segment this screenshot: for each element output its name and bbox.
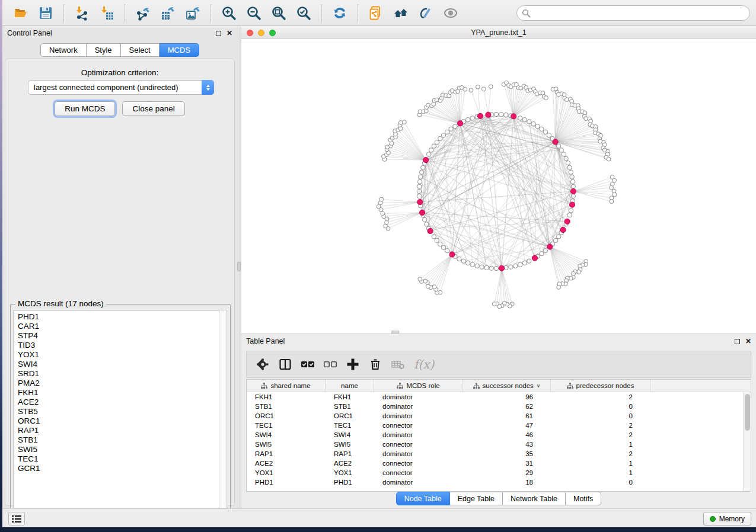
open-file-icon[interactable] [12, 4, 30, 22]
column-header-MCDS-role[interactable]: MCDS role [374, 380, 463, 392]
table-cell[interactable]: ORC1 [326, 411, 374, 421]
mcds-list-scrollbar[interactable] [219, 310, 227, 521]
mcds-hub-node[interactable] [449, 252, 455, 257]
table-cell[interactable]: SWI4 [326, 430, 374, 440]
table-cell[interactable]: TEC1 [247, 421, 326, 430]
ring-node[interactable] [417, 184, 422, 188]
mcds-result-item[interactable]: YOX1 [18, 350, 219, 360]
ring-node[interactable] [432, 144, 436, 148]
satellite-node[interactable] [613, 193, 617, 197]
float-panel-icon[interactable] [216, 31, 221, 36]
table-cell[interactable]: 1 [551, 440, 650, 449]
table-row[interactable]: RAP1RAP1dominator352 [247, 449, 743, 459]
mcds-result-item[interactable]: PHD1 [18, 312, 219, 322]
show-graphics-details-icon[interactable] [442, 4, 460, 22]
ring-node[interactable] [419, 170, 423, 174]
table-cell[interactable]: 1 [551, 468, 650, 477]
ring-node[interactable] [445, 130, 449, 134]
mcds-result-item[interactable]: SWI4 [18, 360, 219, 369]
ring-node[interactable] [435, 238, 439, 242]
home-pages-icon[interactable] [392, 4, 410, 22]
ring-node[interactable] [465, 117, 470, 121]
column-header-name[interactable]: name [326, 380, 374, 392]
satellite-node[interactable] [492, 302, 496, 306]
table-cell[interactable]: 2 [551, 430, 650, 440]
ring-node[interactable] [518, 262, 522, 267]
tab-mcds[interactable]: MCDS [160, 43, 199, 57]
run-mcds-button[interactable]: Run MCDS [55, 101, 115, 116]
delete-row-icon[interactable] [366, 355, 384, 373]
mcds-result-item[interactable]: TID3 [18, 341, 219, 350]
tab-node-table[interactable]: Node Table [396, 492, 450, 505]
table-cell[interactable]: 29 [463, 468, 551, 477]
mcds-hub-node[interactable] [553, 139, 558, 145]
ring-node[interactable] [570, 175, 574, 179]
ring-node[interactable] [567, 165, 572, 169]
ring-node[interactable] [566, 161, 570, 165]
mcds-result-list[interactable]: PHD1CAR1STP4TID3YOX1SWI4SRD1PMA2FKH1ACE2… [14, 310, 220, 521]
ring-node[interactable] [426, 152, 430, 156]
ring-node[interactable] [556, 144, 560, 148]
network-canvas[interactable] [241, 39, 756, 333]
show-columns-icon[interactable] [276, 355, 294, 373]
tab-edge-table[interactable]: Edge Table [450, 492, 503, 505]
ring-node[interactable] [432, 235, 436, 239]
table-cell[interactable]: RAP1 [326, 449, 374, 459]
table-cell[interactable]: dominator [374, 477, 463, 487]
close-panel-icon[interactable]: ✕ [227, 30, 232, 37]
ring-node[interactable] [543, 130, 547, 134]
table-row[interactable]: ACE2ACE2connector311 [247, 459, 743, 468]
ring-node[interactable] [571, 194, 575, 198]
table-cell[interactable]: YOX1 [247, 468, 326, 477]
ring-node[interactable] [518, 116, 522, 120]
table-cell[interactable]: dominator [374, 402, 463, 411]
mcds-hub-node[interactable] [564, 219, 570, 224]
mcds-result-item[interactable]: STP4 [18, 331, 219, 341]
mcds-result-item[interactable]: TEC1 [18, 454, 219, 464]
satellite-node[interactable] [463, 87, 467, 91]
table-cell[interactable]: 47 [463, 421, 551, 430]
table-cell[interactable]: STB1 [326, 402, 374, 411]
satellite-node[interactable] [469, 88, 473, 92]
mcds-hub-node[interactable] [417, 199, 423, 204]
ring-node[interactable] [475, 264, 479, 268]
table-scrollbar[interactable] [743, 392, 751, 491]
table-row[interactable]: FKH1FKH1dominator962 [247, 392, 743, 402]
table-cell[interactable]: ACE2 [247, 459, 326, 468]
table-cell[interactable]: 0 [551, 411, 650, 421]
ring-node[interactable] [527, 120, 531, 124]
satellite-node[interactable] [489, 85, 493, 89]
table-cell[interactable]: dominator [374, 392, 463, 402]
mcds-result-item[interactable]: ORC1 [18, 416, 219, 426]
mcds-hub-node[interactable] [532, 255, 537, 261]
ring-node[interactable] [571, 184, 575, 188]
table-cell[interactable]: dominator [374, 430, 463, 440]
mcds-hub-node[interactable] [419, 210, 425, 215]
tab-style[interactable]: Style [87, 43, 121, 57]
ring-node[interactable] [417, 194, 422, 198]
apply-layout-icon[interactable] [331, 4, 349, 22]
task-history-button[interactable] [8, 512, 25, 525]
column-header-shared-name[interactable]: shared name [247, 380, 326, 392]
mcds-result-item[interactable]: RAP1 [18, 426, 219, 435]
table-cell[interactable]: TEC1 [326, 421, 374, 430]
ring-node[interactable] [417, 189, 421, 193]
table-cell[interactable]: connector [374, 468, 463, 477]
ring-node[interactable] [540, 251, 544, 255]
table-cell[interactable]: PHD1 [247, 477, 326, 487]
table-cell[interactable]: PHD1 [326, 477, 374, 487]
ring-node[interactable] [570, 180, 575, 184]
ring-node[interactable] [419, 175, 423, 179]
tab-select[interactable]: Select [121, 43, 160, 57]
mcds-hub-node[interactable] [486, 112, 491, 117]
table-cell[interactable]: STB1 [247, 402, 326, 411]
table-cell[interactable]: SWI4 [247, 430, 326, 440]
ring-node[interactable] [465, 261, 470, 265]
mcds-result-item[interactable]: FKH1 [18, 388, 219, 398]
save-session-icon[interactable] [37, 4, 55, 22]
table-row[interactable]: YOX1YOX1connector291 [247, 468, 743, 477]
ring-node[interactable] [489, 266, 493, 270]
zoom-in-icon[interactable] [220, 4, 238, 22]
close-table-panel-icon[interactable]: ✕ [745, 338, 751, 345]
satellite-node[interactable] [481, 87, 486, 91]
